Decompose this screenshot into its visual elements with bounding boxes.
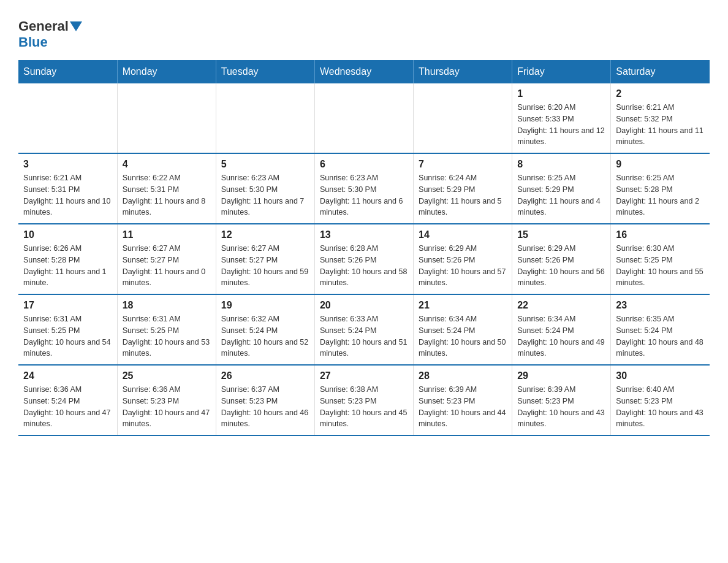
day-number: 29 [517,370,605,381]
sun-info: Sunrise: 6:23 AMSunset: 5:30 PMDaylight:… [320,172,408,218]
svg-marker-0 [70,21,82,31]
sun-info: Sunrise: 6:26 AMSunset: 5:28 PMDaylight:… [23,243,112,289]
day-number: 22 [517,300,605,311]
header-friday: Friday [512,60,611,83]
day-number: 16 [616,229,705,240]
calendar-cell: 6Sunrise: 6:23 AMSunset: 5:30 PMDaylight… [314,153,413,224]
sun-info: Sunrise: 6:21 AMSunset: 5:32 PMDaylight:… [616,102,705,148]
logo-blue-text: Blue [18,34,48,50]
day-number: 10 [23,229,112,240]
day-number: 26 [221,370,309,381]
sun-info: Sunrise: 6:27 AMSunset: 5:27 PMDaylight:… [221,243,309,289]
calendar-cell: 8Sunrise: 6:25 AMSunset: 5:29 PMDaylight… [512,153,611,224]
calendar-cell: 16Sunrise: 6:30 AMSunset: 5:25 PMDayligh… [611,224,710,294]
sun-info: Sunrise: 6:20 AMSunset: 5:33 PMDaylight:… [517,102,605,148]
sun-info: Sunrise: 6:40 AMSunset: 5:23 PMDaylight:… [616,384,705,430]
day-number: 20 [320,300,408,311]
calendar-cell [18,83,117,153]
day-number: 24 [23,370,112,381]
calendar-cell: 26Sunrise: 6:37 AMSunset: 5:23 PMDayligh… [216,365,314,435]
calendar-cell: 2Sunrise: 6:21 AMSunset: 5:32 PMDaylight… [611,83,710,153]
sun-info: Sunrise: 6:35 AMSunset: 5:24 PMDaylight:… [616,313,705,359]
day-number: 11 [123,229,211,240]
calendar-cell: 14Sunrise: 6:29 AMSunset: 5:26 PMDayligh… [414,224,512,294]
header-monday: Monday [117,60,216,83]
sun-info: Sunrise: 6:27 AMSunset: 5:27 PMDaylight:… [123,243,211,289]
calendar-table: SundayMondayTuesdayWednesdayThursdayFrid… [18,60,710,436]
calendar-cell: 27Sunrise: 6:38 AMSunset: 5:23 PMDayligh… [314,365,413,435]
sun-info: Sunrise: 6:34 AMSunset: 5:24 PMDaylight:… [517,313,605,359]
day-number: 25 [123,370,211,381]
header-sunday: Sunday [18,60,117,83]
sun-info: Sunrise: 6:29 AMSunset: 5:26 PMDaylight:… [517,243,605,289]
sun-info: Sunrise: 6:36 AMSunset: 5:24 PMDaylight:… [23,384,112,430]
week-row-2: 3Sunrise: 6:21 AMSunset: 5:31 PMDaylight… [18,153,710,224]
calendar-cell: 21Sunrise: 6:34 AMSunset: 5:24 PMDayligh… [414,294,512,365]
calendar-cell: 19Sunrise: 6:32 AMSunset: 5:24 PMDayligh… [216,294,314,365]
day-number: 27 [320,370,408,381]
sun-info: Sunrise: 6:29 AMSunset: 5:26 PMDaylight:… [419,243,507,289]
logo: General Blue [18,18,83,50]
day-number: 30 [616,370,705,381]
calendar-cell: 20Sunrise: 6:33 AMSunset: 5:24 PMDayligh… [314,294,413,365]
sun-info: Sunrise: 6:38 AMSunset: 5:23 PMDaylight:… [320,384,408,430]
calendar-cell: 15Sunrise: 6:29 AMSunset: 5:26 PMDayligh… [512,224,611,294]
calendar-cell: 3Sunrise: 6:21 AMSunset: 5:31 PMDaylight… [18,153,117,224]
calendar-cell [216,83,314,153]
sun-info: Sunrise: 6:36 AMSunset: 5:23 PMDaylight:… [123,384,211,430]
calendar-cell: 9Sunrise: 6:25 AMSunset: 5:28 PMDaylight… [611,153,710,224]
sun-info: Sunrise: 6:31 AMSunset: 5:25 PMDaylight:… [23,313,112,359]
day-number: 1 [517,88,605,99]
sun-info: Sunrise: 6:22 AMSunset: 5:31 PMDaylight:… [123,172,211,218]
sun-info: Sunrise: 6:39 AMSunset: 5:23 PMDaylight:… [517,384,605,430]
logo-general-text: General [18,18,69,34]
sun-info: Sunrise: 6:33 AMSunset: 5:24 PMDaylight:… [320,313,408,359]
logo-triangle-icon [70,19,83,33]
calendar-cell: 5Sunrise: 6:23 AMSunset: 5:30 PMDaylight… [216,153,314,224]
day-number: 18 [123,300,211,311]
sun-info: Sunrise: 6:25 AMSunset: 5:29 PMDaylight:… [517,172,605,218]
header-wednesday: Wednesday [314,60,413,83]
week-row-3: 10Sunrise: 6:26 AMSunset: 5:28 PMDayligh… [18,224,710,294]
calendar-cell: 17Sunrise: 6:31 AMSunset: 5:25 PMDayligh… [18,294,117,365]
calendar-cell: 13Sunrise: 6:28 AMSunset: 5:26 PMDayligh… [314,224,413,294]
day-number: 21 [419,300,507,311]
day-number: 23 [616,300,705,311]
calendar-cell: 24Sunrise: 6:36 AMSunset: 5:24 PMDayligh… [18,365,117,435]
sun-info: Sunrise: 6:39 AMSunset: 5:23 PMDaylight:… [419,384,507,430]
calendar-cell: 11Sunrise: 6:27 AMSunset: 5:27 PMDayligh… [117,224,216,294]
calendar-cell [314,83,413,153]
calendar-cell: 29Sunrise: 6:39 AMSunset: 5:23 PMDayligh… [512,365,611,435]
calendar-cell: 25Sunrise: 6:36 AMSunset: 5:23 PMDayligh… [117,365,216,435]
day-number: 3 [23,159,112,170]
calendar-cell: 23Sunrise: 6:35 AMSunset: 5:24 PMDayligh… [611,294,710,365]
calendar-cell [414,83,512,153]
sun-info: Sunrise: 6:34 AMSunset: 5:24 PMDaylight:… [419,313,507,359]
day-number: 17 [23,300,112,311]
sun-info: Sunrise: 6:24 AMSunset: 5:29 PMDaylight:… [419,172,507,218]
day-number: 9 [616,159,705,170]
sun-info: Sunrise: 6:28 AMSunset: 5:26 PMDaylight:… [320,243,408,289]
day-number: 14 [419,229,507,240]
day-number: 2 [616,88,705,99]
sun-info: Sunrise: 6:25 AMSunset: 5:28 PMDaylight:… [616,172,705,218]
calendar-cell: 18Sunrise: 6:31 AMSunset: 5:25 PMDayligh… [117,294,216,365]
day-number: 28 [419,370,507,381]
week-row-1: 1Sunrise: 6:20 AMSunset: 5:33 PMDaylight… [18,83,710,153]
sun-info: Sunrise: 6:23 AMSunset: 5:30 PMDaylight:… [221,172,309,218]
day-number: 13 [320,229,408,240]
day-number: 15 [517,229,605,240]
header: General Blue [18,12,710,50]
day-number: 19 [221,300,309,311]
calendar-cell: 10Sunrise: 6:26 AMSunset: 5:28 PMDayligh… [18,224,117,294]
week-row-5: 24Sunrise: 6:36 AMSunset: 5:24 PMDayligh… [18,365,710,435]
sun-info: Sunrise: 6:32 AMSunset: 5:24 PMDaylight:… [221,313,309,359]
calendar-cell: 28Sunrise: 6:39 AMSunset: 5:23 PMDayligh… [414,365,512,435]
calendar-cell: 30Sunrise: 6:40 AMSunset: 5:23 PMDayligh… [611,365,710,435]
day-number: 8 [517,159,605,170]
weekday-header-row: SundayMondayTuesdayWednesdayThursdayFrid… [18,60,710,83]
header-saturday: Saturday [611,60,710,83]
calendar-cell: 12Sunrise: 6:27 AMSunset: 5:27 PMDayligh… [216,224,314,294]
header-thursday: Thursday [414,60,512,83]
day-number: 4 [123,159,211,170]
